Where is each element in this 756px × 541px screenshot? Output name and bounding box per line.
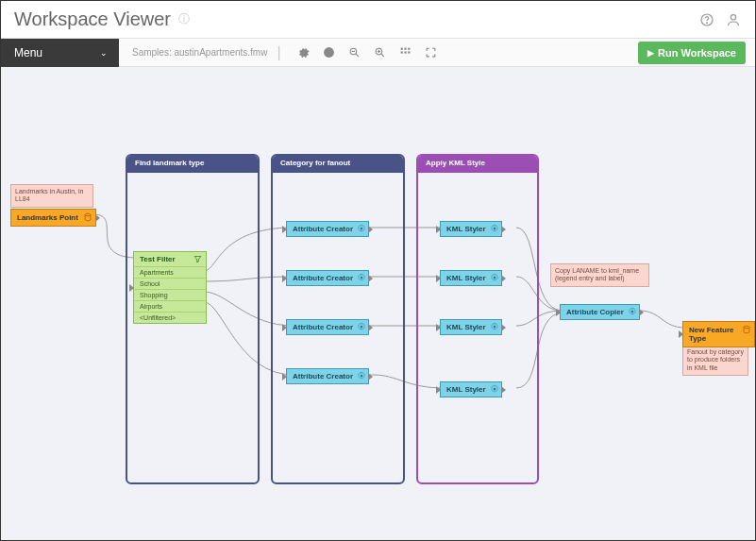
writer-label: New Feature Type [689,326,734,343]
transformer-attribute-creator-3[interactable]: Attribute Creator [286,319,369,335]
svg-point-17 [85,213,91,216]
gear-icon[interactable] [296,45,311,59]
svg-rect-13 [408,48,410,50]
play-icon: ▶ [647,48,654,58]
workspace-canvas[interactable]: Landmarks in Austin, in LL84 Copy LANAME… [1,67,755,541]
transformer-kml-styler-3[interactable]: KML Styler [440,319,502,335]
transformer-kml-styler-1[interactable]: KML Styler [440,221,502,237]
gear-icon [490,384,499,394]
svg-point-25 [493,326,496,329]
filter-title: Test Filter [140,255,176,263]
filter-port-shopping[interactable]: Shopping [134,289,206,300]
group-title: Apply KML Style [418,156,537,173]
grid-icon[interactable] [398,45,412,59]
transformer-test-filter[interactable]: Test Filter Apartments School Shopping A… [133,251,207,324]
funnel-icon [193,255,202,263]
gear-icon [490,273,499,282]
transformer-attribute-creator-1[interactable]: Attribute Creator [286,221,369,237]
zoom-out-icon[interactable] [347,45,361,59]
gear-icon [490,322,499,331]
svg-rect-12 [404,48,406,50]
svg-point-19 [361,228,363,230]
menu-button[interactable]: Menu ⌄ [1,39,119,67]
info-icon[interactable] [322,45,336,59]
transformer-kml-styler-2[interactable]: KML Styler [440,270,502,286]
reader-landmarks-point[interactable]: Landmarks Point [10,209,96,227]
gear-icon [357,224,366,233]
separator: | [277,44,280,61]
gear-icon [357,371,366,380]
sticky-copy: Copy LANAME to kml_name (legend entry an… [550,263,649,287]
menu-label: Menu [14,46,42,59]
transformer-attribute-creator-4[interactable]: Attribute Creator [286,368,369,384]
gear-icon [357,322,366,331]
info-small-icon[interactable]: ⓘ [178,11,190,27]
filter-port-unfiltered[interactable]: <Unfiltered> [134,312,206,323]
help-icon[interactable] [698,11,715,28]
transformer-attribute-copier[interactable]: Attribute Copier [560,304,640,320]
svg-rect-16 [408,51,410,53]
database-icon [742,325,751,334]
sticky-fanout: Fanout by category to produce folders in… [682,345,748,376]
svg-point-3 [324,47,334,58]
svg-line-8 [381,54,384,57]
gear-icon [628,307,637,316]
svg-point-27 [631,311,634,313]
svg-rect-14 [400,51,402,53]
run-label: Run Workspace [658,47,736,59]
gear-icon [357,273,366,282]
reader-label: Landmarks Point [17,213,78,222]
database-icon [83,212,92,222]
filter-port-apartments[interactable]: Apartments [134,266,206,278]
svg-point-18 [744,326,749,329]
run-workspace-button[interactable]: ▶ Run Workspace [638,42,746,64]
gear-icon [490,224,499,233]
svg-point-21 [361,326,363,329]
svg-point-23 [493,228,496,230]
toolbar: Menu ⌄ Samples: austinApartments.fmw | ▶… [1,39,755,67]
svg-point-24 [493,277,496,279]
writer-new-feature-type[interactable]: New Feature Type [682,321,755,347]
fullscreen-icon[interactable] [424,45,438,59]
svg-rect-15 [404,51,406,53]
svg-rect-11 [400,48,402,50]
app-title: Workspace Viewer [14,8,171,30]
svg-point-26 [493,388,496,391]
transformer-kml-styler-4[interactable]: KML Styler [440,381,502,397]
chevron-down-icon: ⌄ [100,48,108,58]
user-icon[interactable] [725,11,742,28]
svg-line-5 [356,54,359,57]
group-title: Find landmark type [127,156,258,173]
svg-point-20 [361,277,363,279]
filter-port-airports[interactable]: Airports [134,300,206,312]
zoom-in-icon[interactable] [373,45,387,59]
svg-point-2 [731,14,735,19]
file-label: Samples: austinApartments.fmw [132,47,267,58]
transformer-attribute-creator-2[interactable]: Attribute Creator [286,270,369,286]
group-title: Category for fanout [273,156,403,173]
titlebar: Workspace Viewer ⓘ [1,1,755,39]
sticky-source: Landmarks in Austin, in LL84 [10,184,93,208]
filter-port-school[interactable]: School [134,278,206,289]
svg-point-1 [707,22,708,23]
svg-point-22 [361,375,363,378]
